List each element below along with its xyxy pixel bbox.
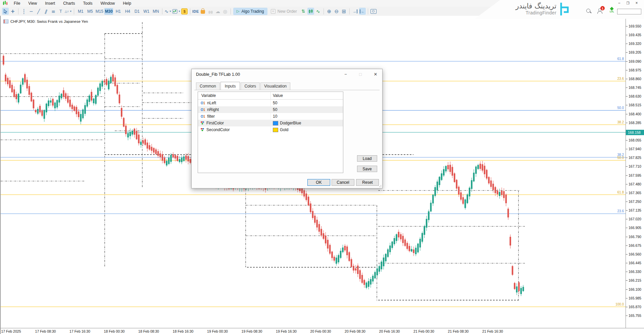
time-tick: 19 Feb 16:30 bbox=[276, 329, 297, 333]
price-tick: 168.055 bbox=[626, 138, 644, 143]
dialog-minimize-button[interactable]: − bbox=[342, 71, 349, 77]
indicator-chart-button[interactable]: ▼ bbox=[172, 8, 181, 15]
cursor-tool-button[interactable] bbox=[2, 8, 9, 15]
dialog-tab-visualization[interactable]: Visualization bbox=[260, 82, 290, 90]
search-icon[interactable] bbox=[586, 9, 590, 13]
timeframe-h1[interactable]: H1 bbox=[114, 8, 122, 15]
current-price-badge: 168.158 bbox=[626, 130, 644, 135]
menu-item-view[interactable]: View bbox=[24, 0, 41, 6]
zigzag-icon: ∿ bbox=[316, 9, 320, 14]
input-row-nright[interactable]: O1nRight50 bbox=[198, 106, 343, 113]
input-row-secondcolor[interactable]: SecondColorGold bbox=[198, 126, 343, 133]
line-view-button[interactable]: ∿ bbox=[315, 8, 321, 15]
mini-candles-icon bbox=[172, 9, 178, 14]
line-chart-type-button[interactable]: ∿▼ bbox=[164, 8, 171, 15]
variable-value[interactable]: DodgerBlue bbox=[280, 121, 301, 125]
time-axis[interactable]: 17 Feb 202517 Feb 08:3017 Feb 16:3018 Fe… bbox=[1, 328, 644, 334]
level-indicator[interactable]: LVL bbox=[610, 7, 614, 13]
currency-button[interactable] bbox=[181, 8, 188, 15]
time-tick: 20 Feb 00:30 bbox=[310, 329, 331, 333]
dialog-titlebar[interactable]: Double_Fib TFLab 1.00 − □ ✕ bbox=[192, 69, 382, 80]
timeframe-m5[interactable]: M5 bbox=[86, 8, 94, 15]
algo-trading-button[interactable]: ▷ Algo Trading bbox=[233, 8, 267, 15]
channel-tool-button[interactable]: ∥ bbox=[43, 8, 49, 15]
shift-right-icon: → bbox=[352, 9, 357, 13]
time-tick: 20 Feb 08:30 bbox=[345, 329, 365, 333]
zoom-out-button[interactable]: ⊖ bbox=[333, 8, 340, 15]
horizontal-line-tool-button[interactable]: ─ bbox=[28, 8, 35, 15]
price-tick: 166.445 bbox=[626, 261, 644, 265]
globe-icon: ◎ bbox=[223, 9, 227, 14]
shift-left-icon: ← bbox=[360, 9, 365, 13]
variable-value[interactable]: 10 bbox=[273, 114, 277, 119]
fibonacci-tool-button[interactable]: ≡ bbox=[50, 8, 57, 15]
price-tick: 169.320 bbox=[626, 42, 644, 46]
zoom-in-icon: ⊕ bbox=[327, 8, 331, 14]
menu-item-insert[interactable]: Insert bbox=[41, 0, 59, 6]
tile-windows-button[interactable]: ⊞ bbox=[341, 8, 347, 15]
ide-button[interactable]: IDE bbox=[192, 8, 199, 15]
timeframe-h4[interactable]: H4 bbox=[123, 8, 132, 15]
auto-scroll-button[interactable]: ← bbox=[359, 8, 366, 15]
timeframe-w1[interactable]: W1 bbox=[142, 8, 151, 15]
text-icon: T bbox=[59, 9, 62, 14]
crosshair-icon: + bbox=[11, 8, 15, 14]
timeframe-m1[interactable]: M1 bbox=[76, 8, 85, 15]
timeframe-m30[interactable]: M30 bbox=[104, 8, 113, 15]
menu-item-charts[interactable]: Charts bbox=[59, 0, 79, 6]
trendline-tool-button[interactable]: ╱ bbox=[35, 8, 42, 15]
ide-icon: IDE bbox=[192, 9, 199, 13]
dialog-tab-inputs[interactable]: Inputs bbox=[220, 82, 240, 90]
chart-shift-button[interactable]: → bbox=[352, 8, 358, 15]
window-restore-button[interactable]: ❐ bbox=[625, 1, 631, 5]
variable-value[interactable]: Gold bbox=[280, 127, 288, 132]
reset-button[interactable]: Reset bbox=[356, 179, 379, 186]
crosshair-tool-button[interactable]: + bbox=[9, 8, 16, 15]
screenshot-button[interactable] bbox=[370, 8, 377, 15]
signals-button[interactable] bbox=[207, 8, 214, 15]
tick-chart-button[interactable]: ⇅ bbox=[300, 8, 307, 15]
timeframe-mn[interactable]: MN bbox=[151, 8, 160, 15]
window-close-button[interactable]: × bbox=[634, 1, 639, 5]
timeframe-m15[interactable]: M15 bbox=[95, 8, 104, 15]
market-button[interactable] bbox=[200, 8, 206, 15]
chart-type-icon bbox=[3, 19, 8, 23]
input-row-nleft[interactable]: O1nLeft50 bbox=[198, 100, 343, 106]
save-button[interactable]: Save bbox=[357, 166, 377, 172]
candle-view-button[interactable] bbox=[307, 8, 314, 15]
variable-value[interactable]: 50 bbox=[273, 101, 277, 105]
dialog-tab-colors[interactable]: Colors bbox=[241, 82, 260, 90]
algo-trading-label: Algo Trading bbox=[241, 9, 264, 14]
column-header-value[interactable]: Value bbox=[271, 92, 343, 99]
menu-item-file[interactable]: File bbox=[10, 0, 24, 6]
shapes-tool-button[interactable]: △○▼ bbox=[65, 8, 72, 15]
column-header-variable[interactable]: Variable bbox=[198, 92, 271, 99]
price-axis[interactable]: 169.550169.435169.320169.205169.090168.9… bbox=[626, 16, 644, 334]
cancel-button[interactable]: Cancel bbox=[332, 179, 354, 186]
ok-button[interactable]: OK bbox=[307, 179, 330, 186]
text-tool-button[interactable]: T bbox=[57, 8, 64, 15]
dialog-maximize-button[interactable]: □ bbox=[357, 71, 364, 77]
zoom-in-button[interactable]: ⊕ bbox=[326, 8, 333, 15]
load-button[interactable]: Load bbox=[357, 155, 377, 162]
menu-item-help[interactable]: Help bbox=[119, 0, 135, 6]
timeframe-d1[interactable]: D1 bbox=[133, 8, 141, 15]
dialog-tab-common[interactable]: Common bbox=[196, 82, 220, 90]
input-row-firstcolor[interactable]: FirstColorDodgerBlue bbox=[198, 120, 343, 126]
price-tick: 167.480 bbox=[626, 182, 644, 186]
dialog-resize-grip[interactable] bbox=[379, 184, 381, 187]
indicator-dialog: Double_Fib TFLab 1.00 − □ ✕ CommonInputs… bbox=[191, 69, 383, 188]
cloud-button[interactable]: ☁ bbox=[214, 8, 221, 15]
community-button[interactable]: ◎ bbox=[222, 8, 229, 15]
dialog-close-button[interactable]: ✕ bbox=[372, 71, 379, 77]
price-tick: 167.710 bbox=[626, 164, 644, 169]
window-minimize-button[interactable]: − bbox=[616, 1, 622, 5]
price-tick: 166.905 bbox=[626, 226, 644, 230]
menu-item-tools[interactable]: Tools bbox=[79, 0, 97, 6]
vertical-line-tool-button[interactable]: ┆ bbox=[20, 8, 27, 15]
new-order-button[interactable]: + New Order bbox=[268, 8, 300, 15]
variable-value[interactable]: 50 bbox=[273, 107, 277, 112]
menu-item-window[interactable]: Window bbox=[97, 0, 119, 6]
input-row-filter[interactable]: O1filter10 bbox=[198, 113, 343, 120]
time-tick: 17 Feb 08:30 bbox=[35, 329, 56, 333]
